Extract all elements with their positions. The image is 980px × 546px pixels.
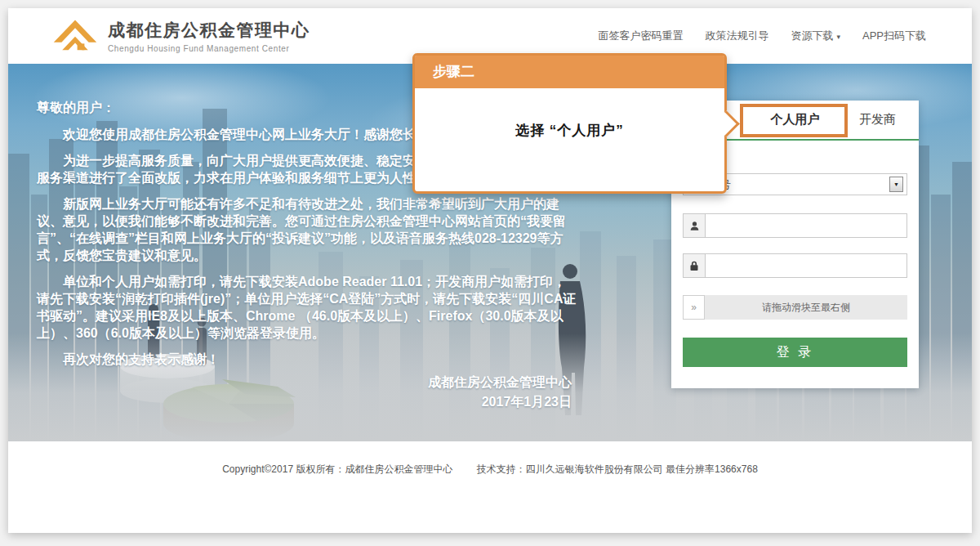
tutorial-instruction: 选择 “个人用户” <box>415 88 724 140</box>
chevron-down-icon: ▾ <box>836 33 840 41</box>
site-title: 成都住房公积金管理中心 <box>108 19 310 42</box>
notice-paragraph: 单位和个人用户如需打印，请先下载安装Adobe Reader 11.01；开发商… <box>37 273 577 342</box>
user-icon <box>683 213 705 238</box>
notice-paragraph: 新版网上业务大厅可能还有许多不足和有待改进之处，我们非常希望听到广大用户的建议、… <box>37 195 577 264</box>
page: 成都住房公积金管理中心 Chengdu Housing Fund Managem… <box>8 8 972 533</box>
footer-tech-support: 技术支持：四川久远银海软件股份有限公司 最佳分辨率1366x768 <box>477 463 758 475</box>
text-line: 单位和个人用户如需打印，请先下载安装Adobe Reader 11.01；开发商… <box>37 273 577 290</box>
password-input[interactable] <box>705 253 907 278</box>
slider-track-hint: 请拖动滑块至最右侧 <box>705 295 907 320</box>
tutorial-step-title: 步骤二 <box>415 56 724 88</box>
login-button[interactable]: 登 录 <box>683 338 907 367</box>
text-line: 言”、“在线调查”栏目和网上业务大厅的“投诉建议”功能，以及语音服务热线028-… <box>37 230 577 247</box>
logo[interactable]: 成都住房公积金管理中心 Chengdu Housing Fund Managem… <box>52 16 310 56</box>
nav-item-app-download[interactable]: APP扫码下载 <box>862 29 926 43</box>
username-input[interactable] <box>705 213 907 238</box>
top-nav: 面签客户密码重置 政策法规引导 资源下载▾ APP扫码下载 <box>598 29 926 43</box>
notice-signature: 成都住房公积金管理中心 2017年1月23日 <box>37 373 572 412</box>
signature-date: 2017年1月23日 <box>37 392 572 412</box>
tab-developer[interactable]: 开发商 <box>836 101 919 139</box>
login-form: 个人账号 ▼ » 请拖动滑块至最右侧 <box>671 173 919 367</box>
nav-item-policy-guide[interactable]: 政策法规引导 <box>705 29 768 43</box>
text-line: 书驱动”。建议采用IE8及以上版本、Chrome （46.0版本及以上）、Fir… <box>37 307 577 324</box>
lock-icon <box>683 253 705 278</box>
signature-org: 成都住房公积金管理中心 <box>37 373 572 392</box>
text-line: 上）、360（6.0版本及以上）等浏览器登录使用。 <box>37 324 577 342</box>
tutorial-popup: 步骤二 选择 “个人用户” <box>412 53 727 194</box>
notice-thanks: 再次对您的支持表示感谢！ <box>37 351 577 368</box>
captcha-slider: » 请拖动滑块至最右侧 <box>683 295 907 320</box>
footer: Copyright©2017 版权所有：成都住房公积金管理中心 技术支持：四川久… <box>8 441 972 533</box>
text-line: 请先下载安装“润乾打印插件(jre)”；单位用户选择“CA登陆”方式时，请先下载… <box>37 290 577 307</box>
text-line: 议、意见，以便我们能够不断改进和完善。您可通过住房公积金管理中心网站首页的“我要… <box>37 213 577 230</box>
site-subtitle: Chengdu Housing Fund Management Center <box>108 44 310 53</box>
logo-text: 成都住房公积金管理中心 Chengdu Housing Fund Managem… <box>108 19 310 53</box>
nav-item-resource-download[interactable]: 资源下载▾ <box>791 29 840 43</box>
slider-handle[interactable]: » <box>683 295 705 320</box>
house-logo-icon <box>52 16 98 56</box>
text-line: 新版网上业务大厅可能还有许多不足和有待改进之处，我们非常希望听到广大用户的建 <box>37 195 577 213</box>
footer-copyright: Copyright©2017 版权所有：成都住房公积金管理中心 <box>222 463 452 475</box>
tab-personal-user[interactable]: 个人用户 <box>754 101 836 139</box>
text-line: 式，反馈您宝贵建议和意见。 <box>37 247 577 264</box>
nav-item-password-reset[interactable]: 面签客户密码重置 <box>598 29 683 43</box>
caret-down-icon[interactable]: ▼ <box>889 177 903 192</box>
